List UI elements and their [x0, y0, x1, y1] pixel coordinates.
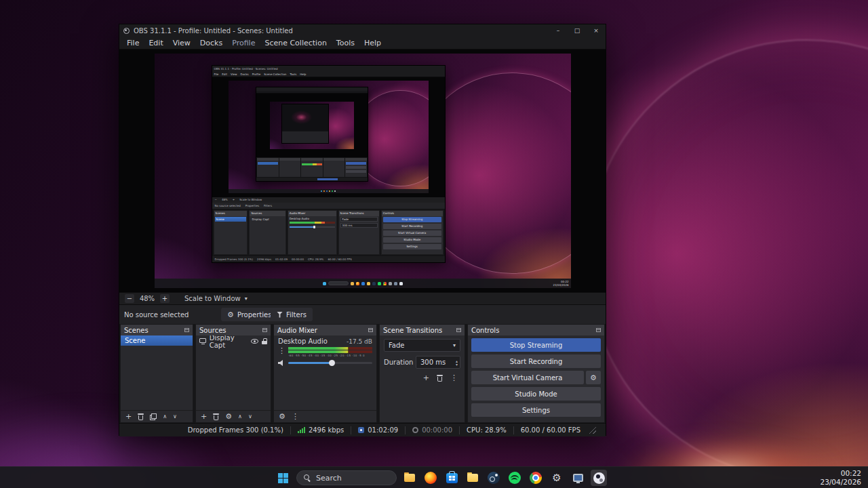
- folder-icon[interactable]: [465, 470, 481, 486]
- dock-popout-icon[interactable]: [596, 328, 601, 332]
- transition-select[interactable]: Fade ▾: [384, 339, 460, 352]
- menu-docks[interactable]: Docks: [195, 39, 227, 47]
- nested-sources-dock: Sources Display Capt: [249, 210, 285, 255]
- start-recording-button[interactable]: Start Recording: [471, 354, 601, 368]
- close-button[interactable]: ×: [587, 24, 606, 37]
- audio-mixer-dock: Audio Mixer Desktop Audio -17.5 dB ⋮ -60…: [273, 324, 377, 423]
- controls-dock-header[interactable]: Controls: [468, 325, 604, 336]
- nested-start-icon: [323, 282, 326, 285]
- scene-list-item[interactable]: Scene: [121, 336, 193, 346]
- nested-preview: [212, 77, 445, 197]
- nested-title-bar: OBS 31.1.1 - Profile: Untitled - Scenes:…: [212, 66, 445, 72]
- source-list-item[interactable]: Display Capt: [196, 336, 271, 347]
- advanced-audio-button[interactable]: ⚙: [279, 413, 285, 420]
- volume-slider-handle[interactable]: [329, 360, 335, 366]
- menu-profile[interactable]: Profile: [227, 39, 260, 47]
- nested-transition-select: Fade: [340, 217, 378, 222]
- mixer-channel-level: -17.5 dB: [347, 338, 372, 345]
- remove-transition-button[interactable]: [437, 375, 443, 382]
- nested-stop-streaming: Stop Streaming: [383, 217, 441, 222]
- menu-file[interactable]: File: [122, 39, 144, 47]
- mixer-dock-header[interactable]: Audio Mixer: [274, 325, 376, 336]
- settings-button[interactable]: Settings: [471, 403, 601, 417]
- menu-edit[interactable]: Edit: [144, 39, 167, 47]
- add-transition-button[interactable]: +: [423, 374, 429, 382]
- taskbar-search[interactable]: Search: [296, 470, 397, 485]
- menu-tools[interactable]: Tools: [332, 39, 359, 47]
- zoom-in-button[interactable]: +: [160, 294, 170, 303]
- properties-button[interactable]: ⚙ Properties: [221, 308, 277, 321]
- scenes-dock-header[interactable]: Scenes: [121, 325, 193, 336]
- settings-icon[interactable]: ⚙: [549, 470, 565, 486]
- resize-grip[interactable]: [589, 426, 596, 434]
- maximize-button[interactable]: □: [568, 24, 587, 37]
- move-source-down-button[interactable]: ∨: [248, 414, 252, 420]
- record-time-status: 00:00:00: [412, 426, 452, 434]
- menu-help[interactable]: Help: [359, 39, 386, 47]
- scene-filters-button[interactable]: [150, 413, 157, 420]
- stop-streaming-button[interactable]: Stop Streaming: [471, 338, 601, 352]
- speaker-icon[interactable]: [278, 360, 285, 366]
- studio-mode-button[interactable]: Studio Mode: [471, 387, 601, 401]
- title-bar[interactable]: OBS 31.1.1 - Profile: Untitled - Scenes:…: [119, 24, 606, 37]
- filters-button[interactable]: Filters: [271, 308, 313, 321]
- volume-slider[interactable]: [288, 362, 372, 364]
- source-properties-button[interactable]: ⚙: [225, 413, 232, 420]
- source-visibility-icon[interactable]: [251, 339, 258, 344]
- mixer-channel-menu-icon[interactable]: ⋮: [278, 347, 285, 354]
- status-divider: [351, 426, 351, 434]
- scale-mode-dropdown[interactable]: Scale to Window ▾: [184, 295, 248, 302]
- move-source-up-button[interactable]: ∧: [238, 414, 242, 420]
- dock-popout-icon[interactable]: [368, 328, 373, 332]
- move-scene-up-button[interactable]: ∧: [163, 414, 167, 420]
- add-scene-button[interactable]: +: [125, 413, 132, 420]
- preview-canvas[interactable]: OBS 31.1.1 - Profile: Untitled - Scenes:…: [119, 49, 606, 292]
- dock-popout-icon[interactable]: [456, 328, 461, 332]
- nested-app-icon: [367, 282, 370, 285]
- display-capture-source[interactable]: OBS 31.1.1 - Profile: Untitled - Scenes:…: [155, 54, 571, 288]
- remove-source-button[interactable]: [213, 413, 219, 420]
- menu-scene-collection[interactable]: Scene Collection: [260, 39, 331, 47]
- steam-icon[interactable]: [486, 470, 502, 486]
- start-button[interactable]: [275, 470, 292, 486]
- mixer-channel-header: Desktop Audio -17.5 dB: [278, 338, 372, 345]
- remove-scene-button[interactable]: [138, 413, 144, 420]
- nested2-scenes-dock: [257, 158, 279, 177]
- microsoft-store-icon[interactable]: [443, 470, 460, 486]
- chrome-icon[interactable]: [528, 470, 544, 486]
- menu-view[interactable]: View: [168, 39, 195, 47]
- source-toolbar: No source selected ⚙ Properties Filters: [119, 304, 606, 324]
- display-app-icon[interactable]: [570, 470, 586, 486]
- spotify-icon[interactable]: [507, 470, 523, 486]
- virtual-camera-config-button[interactable]: ⚙: [586, 371, 601, 384]
- mixer-menu-button[interactable]: ⋮: [292, 413, 299, 420]
- move-scene-down-button[interactable]: ∨: [173, 414, 177, 420]
- nested-scene-item: Scene: [215, 217, 247, 222]
- desktop: OBS 31.1.1 - Profile: Untitled - Scenes:…: [0, 0, 868, 488]
- taskbar-clock[interactable]: 00:22 23/04/2026: [820, 467, 861, 488]
- dock-popout-icon[interactable]: [184, 328, 189, 332]
- duration-spinner[interactable]: 300 ms ▴ ▾: [416, 356, 460, 369]
- zoom-out-button[interactable]: −: [125, 294, 134, 303]
- firefox-icon[interactable]: [422, 470, 439, 486]
- nested-source-status: No source selected: [215, 204, 241, 207]
- obs-app-icon[interactable]: [591, 470, 607, 486]
- nested-app-icon: [389, 282, 392, 285]
- record-status-icon: [412, 427, 418, 433]
- mixer-volume-row: [278, 360, 372, 366]
- streaming-status-icon: [358, 427, 364, 433]
- minimize-button[interactable]: –: [549, 24, 568, 37]
- transition-menu-button[interactable]: ⋮: [450, 374, 458, 382]
- chevron-down-icon: ▾: [453, 343, 456, 348]
- add-source-button[interactable]: +: [201, 413, 207, 420]
- source-lock-icon[interactable]: [262, 338, 267, 344]
- transitions-dock-header[interactable]: Scene Transitions: [380, 325, 465, 336]
- spinner-arrows[interactable]: ▴ ▾: [456, 359, 458, 366]
- transition-current: Fade: [389, 342, 404, 349]
- dock-popout-icon[interactable]: [262, 328, 267, 332]
- file-explorer-icon[interactable]: [401, 470, 418, 486]
- start-virtual-camera-button[interactable]: Start Virtual Camera: [471, 371, 584, 384]
- spin-down-icon[interactable]: ▾: [456, 363, 458, 366]
- sources-dock-header[interactable]: Sources: [196, 325, 271, 336]
- nested-menu-bar: File Edit View Docks Profile Scene Colle…: [212, 72, 445, 77]
